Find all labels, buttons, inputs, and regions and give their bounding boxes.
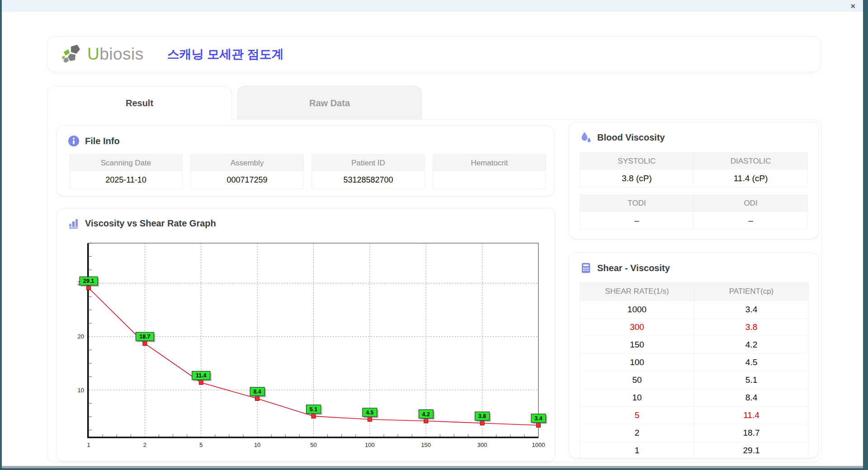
- svg-text:2: 2: [143, 442, 146, 448]
- metric-value: 3.8 (cP): [580, 170, 693, 187]
- blood-viscosity-group: TODIODI––: [580, 194, 808, 230]
- svg-text:1000: 1000: [532, 442, 545, 448]
- table-row: 3003.8: [580, 318, 808, 336]
- viscosity-shear-chart: 1020301251050100150300100029.118.711.48.…: [57, 235, 555, 461]
- patient-cell: 11.4: [694, 407, 808, 424]
- svg-text:18.7: 18.7: [139, 334, 150, 340]
- brand-rest: biosis: [99, 45, 144, 63]
- patient-cell: 29.1: [694, 442, 808, 459]
- column-header: SHEAR RATE(1/s): [580, 282, 694, 301]
- patient-cell: 18.7: [694, 424, 808, 442]
- field-value: 53128582700: [312, 171, 425, 188]
- table-row: 1504.2: [580, 336, 808, 353]
- metric-label: DIASTOLIC: [693, 153, 807, 170]
- svg-text:3.4: 3.4: [534, 415, 542, 422]
- file-info-card: File Info Scanning Date2025-11-10Assembl…: [57, 126, 554, 196]
- shear-viscosity-table: SHEAR RATE(1/s)PATIENT(cp)10003.43003.81…: [580, 282, 809, 460]
- metric-label: TODI: [580, 195, 693, 212]
- svg-text:3.8: 3.8: [478, 413, 486, 419]
- shear-rate-cell: 50: [580, 371, 694, 389]
- patient-cell: 4.2: [694, 336, 808, 353]
- patient-cell: 4.5: [694, 354, 808, 371]
- file-info-fields: Scanning Date2025-11-10Assembly000717259…: [69, 154, 546, 189]
- shear-rate-cell: 10: [580, 389, 694, 406]
- file-info-heading: File Info: [85, 136, 120, 146]
- metric-value: –: [693, 212, 807, 229]
- ubiosis-logo-icon: [61, 44, 85, 65]
- metric-value: 11.4 (cP): [693, 170, 807, 187]
- svg-text:50: 50: [310, 442, 316, 448]
- svg-text:11.4: 11.4: [196, 372, 207, 379]
- desktop-background: ✕ Ubiosis 스캐닝 모세관 점도계 Result Raw Data: [0, 0, 868, 470]
- shear-rate-cell: 300: [580, 319, 694, 336]
- window-titlebar: ✕: [2, 0, 863, 12]
- svg-text:8.4: 8.4: [253, 389, 261, 395]
- field-label: Assembly: [191, 155, 303, 171]
- field-value: 000717259: [191, 171, 303, 188]
- shear-viscosity-heading: Shear - Viscosity: [597, 263, 670, 273]
- metric-value: –: [580, 212, 693, 229]
- shear-rate-cell: 1: [580, 442, 694, 459]
- label-row: SYSTOLICDIASTOLIC: [580, 153, 807, 170]
- graph-heading: Viscosity vs Shear Rate Graph: [85, 218, 216, 229]
- metric-label: ODI: [693, 195, 807, 212]
- ubiosis-logo: Ubiosis: [61, 44, 144, 65]
- table-row: 108.4: [580, 389, 808, 406]
- metric-label: SYSTOLIC: [580, 153, 693, 170]
- svg-text:5: 5: [199, 442, 203, 448]
- blood-viscosity-group: SYSTOLICDIASTOLIC3.8 (cP)11.4 (cP): [580, 152, 808, 188]
- app-window: ✕ Ubiosis 스캐닝 모세관 점도계 Result Raw Data: [2, 0, 863, 468]
- field-value: 2025-11-10: [70, 171, 182, 188]
- shear-rate-cell: 100: [580, 354, 694, 371]
- field-label: Scanning Date: [70, 155, 182, 171]
- shear-rate-cell: 150: [580, 336, 694, 353]
- svg-text:29.1: 29.1: [83, 278, 94, 284]
- file-info-field: Hematocrit: [433, 154, 546, 189]
- patient-cell: 3.8: [694, 319, 808, 336]
- svg-text:4.5: 4.5: [366, 409, 373, 416]
- blood-viscosity-card: Blood Viscosity SYSTOLICDIASTOLIC3.8 (cP…: [569, 122, 819, 239]
- field-label: Hematocrit: [433, 155, 546, 171]
- svg-text:4.2: 4.2: [422, 411, 430, 418]
- svg-text:20: 20: [78, 333, 84, 340]
- field-value: [433, 171, 546, 188]
- shear-rate-cell: 2: [580, 424, 694, 442]
- table-row: 218.7: [580, 424, 808, 442]
- svg-text:150: 150: [421, 442, 431, 448]
- table-header-row: SHEAR RATE(1/s)PATIENT(cp): [580, 282, 808, 301]
- result-tab-panel: File Info Scanning Date2025-11-10Assembl…: [47, 119, 821, 462]
- field-label: Patient ID: [312, 155, 425, 171]
- file-info-field: Assembly000717259: [190, 154, 304, 189]
- column-header: PATIENT(cp): [694, 282, 808, 301]
- patient-cell: 3.4: [694, 301, 808, 318]
- brand-letter-u: U: [87, 45, 99, 63]
- shear-rate-cell: 5: [580, 407, 694, 424]
- tab-raw-data[interactable]: Raw Data: [237, 86, 422, 120]
- calculator-icon: [580, 262, 592, 274]
- svg-text:10: 10: [78, 387, 84, 394]
- blood-drops-icon: [580, 132, 592, 143]
- info-icon: [68, 135, 80, 147]
- svg-text:300: 300: [477, 442, 487, 448]
- file-info-field: Scanning Date2025-11-10: [69, 154, 183, 189]
- svg-text:100: 100: [365, 442, 375, 448]
- svg-text:5.1: 5.1: [310, 406, 317, 413]
- app-title: 스캐닝 모세관 점도계: [167, 46, 284, 62]
- table-row: 505.1: [580, 371, 808, 389]
- bar-chart-icon: [68, 217, 80, 229]
- shear-viscosity-card: Shear - Viscosity SHEAR RATE(1/s)PATIENT…: [569, 253, 819, 458]
- svg-text:10: 10: [254, 442, 260, 448]
- svg-text:1: 1: [87, 442, 90, 448]
- table-row: 129.1: [580, 442, 808, 459]
- blood-viscosity-table: SYSTOLICDIASTOLIC3.8 (cP)11.4 (cP)TODIOD…: [580, 152, 808, 236]
- value-row: 3.8 (cP)11.4 (cP): [580, 170, 807, 187]
- patient-cell: 8.4: [694, 389, 808, 406]
- window-close-button[interactable]: ✕: [850, 3, 856, 9]
- tab-result[interactable]: Result: [47, 86, 232, 120]
- viscosity-graph-card: Viscosity vs Shear Rate Graph 1020301251…: [57, 208, 555, 461]
- table-row: 10003.4: [580, 301, 808, 318]
- brand-text: Ubiosis: [87, 45, 144, 64]
- blood-viscosity-heading: Blood Viscosity: [597, 132, 665, 143]
- app-header: Ubiosis 스캐닝 모세관 점도계: [47, 36, 821, 72]
- label-row: TODIODI: [580, 195, 807, 212]
